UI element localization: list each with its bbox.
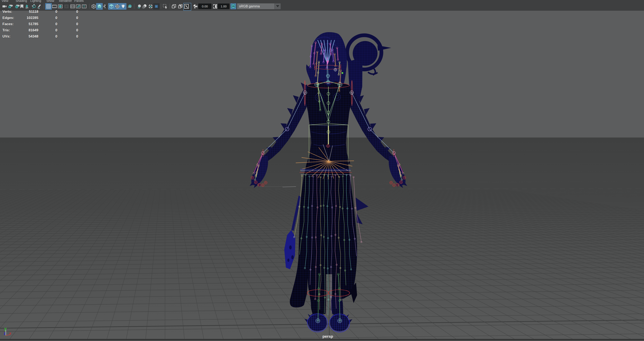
svg-text:z: z	[4, 331, 6, 336]
svg-text:persp: persp	[322, 334, 333, 339]
svg-text:x: x	[9, 331, 11, 335]
svg-text:T: T	[83, 5, 85, 8]
svg-text:y: y	[4, 326, 7, 331]
